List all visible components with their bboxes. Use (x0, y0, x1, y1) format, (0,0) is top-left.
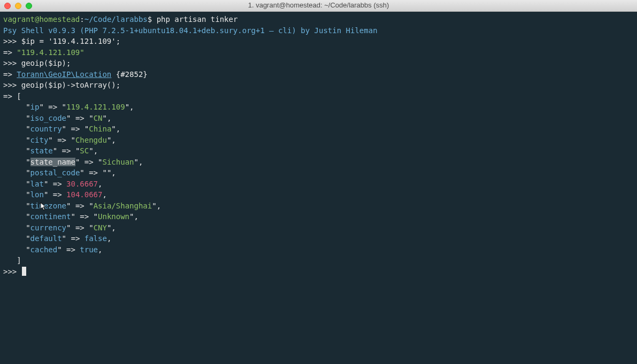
array-item: "postal_code" => "", (3, 167, 634, 179)
prompt-dollar: $ (148, 15, 152, 24)
minimize-icon[interactable] (15, 3, 21, 9)
repl-input-line: >>> geoip($ip); (3, 58, 634, 69)
text-cursor (22, 267, 27, 276)
maximize-icon[interactable] (26, 3, 32, 9)
class-name-link[interactable]: Torann\GeoIP\Location (17, 70, 111, 79)
prompt-user: vagrant@homestead (3, 15, 80, 24)
array-item: "state" => "SC", (3, 145, 634, 157)
array-item: "iso_code" => "CN", (3, 113, 634, 124)
array-open: => [ (3, 91, 634, 102)
array-item: "lat" => 30.6667, (3, 179, 634, 190)
repl-input-line: >>> geoip($ip)->toArray(); (3, 80, 634, 91)
repl-prompt-line: >>> (3, 266, 634, 277)
shell-prompt-line: vagrant@homestead:~/Code/larabbs$ php ar… (3, 14, 634, 25)
terminal-output[interactable]: vagrant@homestead:~/Code/larabbs$ php ar… (0, 12, 637, 279)
array-item: "currency" => "CNY", (3, 222, 634, 234)
array-item: "continent" => "Unknown", (3, 211, 634, 222)
psy-banner: Psy Shell v0.9.3 (PHP 7.2.5-1+ubuntu18.0… (3, 25, 634, 36)
array-item: "ip" => "119.4.121.109", (3, 102, 634, 113)
repl-input-line: >>> $ip = '119.4.121.109'; (3, 36, 634, 47)
array-item: "lon" => 104.0667, (3, 189, 634, 200)
window-title: 1. vagrant@homestead: ~/Code/larabbs (ss… (248, 0, 389, 11)
selected-text: state_name (30, 158, 75, 166)
array-item: "timezone" => "Asia/Shanghai", (3, 200, 634, 212)
array-item: "city" => "Chengdu", (3, 135, 634, 146)
prompt-separator: : (80, 15, 84, 24)
array-item: "default" => false, (3, 233, 634, 244)
array-item: "country" => "China", (3, 123, 634, 135)
repl-output-line: => "119.4.121.109" (3, 47, 634, 58)
prompt-path: ~/Code/larabbs (85, 15, 148, 24)
array-close: ] (3, 255, 634, 266)
close-icon[interactable] (4, 3, 11, 9)
array-item: "state_name" => "Sichuan", (3, 157, 634, 168)
shell-command: php artisan tinker (157, 15, 238, 24)
traffic-lights (0, 3, 32, 9)
repl-output-line: => Torann\GeoIP\Location {#2852} (3, 69, 634, 80)
array-item: "cached" => true, (3, 244, 634, 255)
window-titlebar: 1. vagrant@homestead: ~/Code/larabbs (ss… (0, 0, 637, 12)
